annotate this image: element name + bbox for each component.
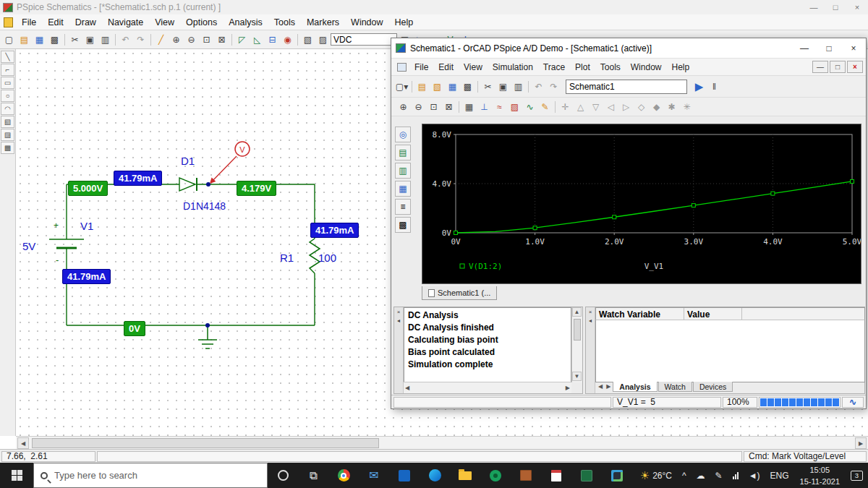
- save-button[interactable]: ▦: [32, 33, 47, 47]
- file-explorer-button[interactable]: [450, 463, 480, 488]
- zoom-fit-icon[interactable]: ⊠: [441, 100, 456, 114]
- cursor-toggle-icon[interactable]: ✛: [558, 100, 573, 114]
- output-collapse-button[interactable]: ◂: [397, 317, 400, 324]
- cursor-search-icon[interactable]: ✱: [664, 100, 679, 114]
- part-name-input[interactable]: [331, 33, 397, 46]
- document-icon[interactable]: [4, 17, 13, 27]
- watch-variable-column-header[interactable]: Watch Variable: [596, 308, 684, 320]
- notification-center-button[interactable]: 3: [846, 463, 868, 488]
- start-button[interactable]: [0, 463, 33, 488]
- tab-analysis[interactable]: Analysis: [613, 382, 657, 392]
- orcad-menu-plot[interactable]: Plot: [570, 62, 595, 72]
- tabs-scroll-left-button[interactable]: ◀: [597, 382, 604, 391]
- print-button[interactable]: ▩: [47, 33, 62, 47]
- orcad-maximize-button[interactable]: □: [817, 38, 841, 58]
- schematic-page-icon[interactable]: ▤: [395, 145, 411, 160]
- orcad-menu-trace[interactable]: Trace: [538, 62, 570, 72]
- orcad-menu-tools[interactable]: Tools: [595, 62, 626, 72]
- taskbar-search[interactable]: [33, 463, 268, 488]
- main-titlebar[interactable]: PSpice Schematics - [*Schematic1.sch p.1…: [0, 0, 868, 14]
- open-simulation-button[interactable]: ▤: [414, 80, 430, 94]
- cursor-trough-icon[interactable]: ▽: [588, 100, 603, 114]
- print-plot-button[interactable]: ▩: [460, 80, 475, 94]
- onedrive-button[interactable]: ☁: [692, 463, 710, 488]
- save-simulation-button[interactable]: ▦: [445, 80, 460, 94]
- tabs-scroll-right-button[interactable]: ▶: [605, 382, 612, 391]
- source-ref-label[interactable]: V1: [80, 220, 93, 232]
- chrome-button[interactable]: [328, 463, 359, 488]
- cut-button[interactable]: ✂: [67, 33, 82, 47]
- orcad-menu-view[interactable]: View: [459, 62, 488, 72]
- outlook-button[interactable]: ✉: [359, 463, 389, 488]
- draw-polyline-tool[interactable]: ⌐: [1, 64, 14, 76]
- simulation-profile-input[interactable]: [566, 80, 687, 94]
- menu-help[interactable]: Help: [389, 17, 420, 27]
- new-simulation-button[interactable]: ▢▾: [394, 80, 409, 94]
- performance-analysis-icon[interactable]: ▨: [507, 100, 522, 114]
- orcad-menu-file[interactable]: File: [409, 62, 433, 72]
- draw-text-tool[interactable]: ▧: [1, 116, 14, 128]
- cursor-slope-icon[interactable]: ◁: [603, 100, 618, 114]
- taskbar-search-input[interactable]: [54, 470, 260, 481]
- draw-circle-tool[interactable]: ○: [1, 90, 14, 102]
- draw-wire-button[interactable]: ╱: [153, 33, 169, 47]
- grid-icon[interactable]: ▦: [461, 100, 477, 114]
- output-scroll-up-button[interactable]: ▲: [572, 307, 582, 317]
- watch-table-body[interactable]: [595, 320, 865, 382]
- orcad-pspice-window[interactable]: Schematic1 - OrCAD PSpice A/D Demo - [Sc…: [391, 38, 867, 409]
- output-dock-handle[interactable]: × ◂: [394, 307, 404, 393]
- menu-edit[interactable]: Edit: [42, 17, 69, 27]
- orcad-menu-simulation[interactable]: Simulation: [488, 62, 538, 72]
- zoom-area-icon[interactable]: ⊡: [426, 100, 441, 114]
- paste-button[interactable]: ▥: [511, 80, 526, 94]
- calendar-app-button[interactable]: [511, 463, 541, 488]
- cut-button[interactable]: ✂: [480, 80, 495, 94]
- pause-simulation-button[interactable]: ‖: [707, 80, 722, 94]
- menu-view[interactable]: View: [149, 17, 180, 27]
- orcad-close-button[interactable]: ×: [841, 38, 866, 58]
- tab-watch[interactable]: Watch: [658, 382, 692, 392]
- camera-app-button[interactable]: [480, 463, 511, 488]
- volume-button[interactable]: ◄): [744, 463, 765, 488]
- output-scroll-right-button[interactable]: ▶: [566, 385, 570, 391]
- cursor-min-icon[interactable]: ▷: [618, 100, 634, 114]
- show-hidden-icons-button[interactable]: ^: [677, 463, 692, 488]
- menu-file[interactable]: File: [16, 17, 42, 27]
- menu-tools[interactable]: Tools: [268, 17, 301, 27]
- plot-tab[interactable]: Schematic1 (...: [422, 286, 497, 300]
- output-vscroll-thumb[interactable]: [574, 319, 581, 341]
- output-file-icon[interactable]: ▦: [395, 181, 411, 197]
- append-file-button[interactable]: ▧: [430, 80, 445, 94]
- draw-line-tool[interactable]: ╲: [1, 51, 14, 63]
- marker-current-button[interactable]: ◺: [250, 33, 265, 47]
- zoom-area-button[interactable]: ⊡: [199, 33, 214, 47]
- output-close-button[interactable]: ×: [397, 309, 401, 315]
- redo-button[interactable]: ↷: [133, 33, 148, 47]
- output-vertical-scrollbar[interactable]: ▲ ▼: [571, 307, 582, 382]
- orcad-menu-help[interactable]: Help: [666, 62, 694, 72]
- teams-button[interactable]: [389, 463, 420, 488]
- marker-advanced-button[interactable]: ⊟: [265, 33, 280, 47]
- watch-collapse-button[interactable]: ◂: [589, 317, 592, 324]
- mdi-restore-button[interactable]: □: [830, 61, 846, 73]
- add-trace-icon[interactable]: ∿: [522, 100, 537, 114]
- edge-button[interactable]: [420, 463, 450, 488]
- probe-plot-area[interactable]: 0V1.0V2.0V3.0V4.0V5.0V0V4.0V8.0VV(D1:2)V…: [422, 124, 861, 284]
- fft-icon[interactable]: ≈: [492, 100, 507, 114]
- orcad-minimize-button[interactable]: —: [792, 38, 817, 58]
- device-list-icon[interactable]: ▩: [395, 217, 411, 233]
- language-button[interactable]: ENG: [765, 463, 794, 488]
- simulation-queue-icon[interactable]: ▥: [395, 163, 411, 179]
- network-button[interactable]: [728, 463, 744, 488]
- menu-window[interactable]: Window: [345, 17, 388, 27]
- new-button[interactable]: ▢: [1, 33, 17, 47]
- marker-show-all-button[interactable]: ◉: [280, 33, 295, 47]
- mdi-minimize-button[interactable]: —: [812, 61, 828, 73]
- notes-app-button[interactable]: [541, 463, 571, 488]
- orcad-menu-window[interactable]: Window: [626, 62, 667, 72]
- diode-model-label[interactable]: D1N4148: [183, 200, 226, 212]
- undo-button[interactable]: ↶: [118, 33, 133, 47]
- canvas-horizontal-scrollbar[interactable]: ◀ ▶: [16, 436, 868, 449]
- clock-button[interactable]: 15:05 15-11-2021: [794, 463, 846, 488]
- draw-rectangle-tool[interactable]: ▭: [1, 77, 14, 89]
